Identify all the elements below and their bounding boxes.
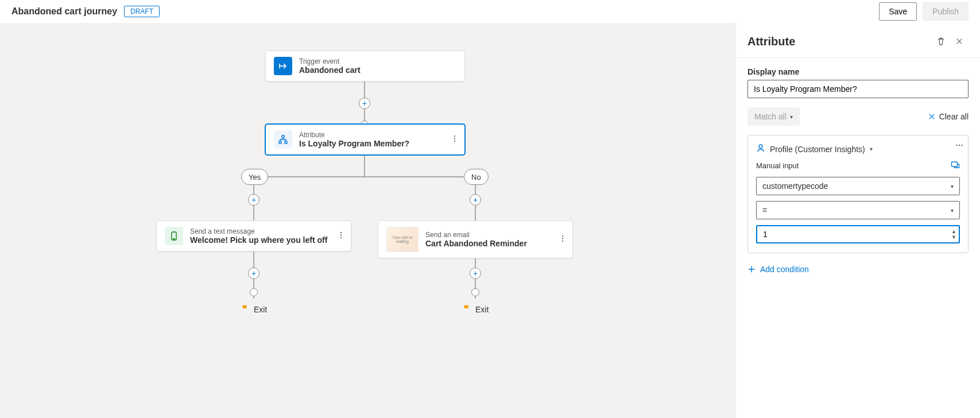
svg-point-14 bbox=[340, 234, 342, 235]
svg-rect-7 bbox=[285, 141, 287, 144]
node-more-button[interactable] bbox=[337, 231, 345, 241]
svg-point-18 bbox=[562, 241, 563, 242]
node-attribute-title: Is Loyalty Program Member? bbox=[299, 139, 409, 148]
node-trigger-title: Abandoned cart bbox=[299, 65, 361, 75]
branch-yes-pill[interactable]: Yes bbox=[241, 169, 268, 185]
condition-value-input[interactable]: ▲ ▼ bbox=[756, 225, 960, 243]
page-title: Abandoned cart journey bbox=[11, 6, 117, 17]
connector-dot bbox=[250, 288, 258, 296]
attribute-icon bbox=[274, 130, 292, 149]
condition-more-button[interactable] bbox=[955, 141, 963, 151]
condition-operator-value: = bbox=[762, 206, 767, 215]
exit-label: Exit bbox=[254, 305, 267, 314]
svg-point-13 bbox=[340, 232, 342, 233]
svg-point-16 bbox=[562, 235, 563, 237]
add-condition-button[interactable]: Add condition bbox=[747, 265, 969, 274]
svg-point-12 bbox=[173, 238, 175, 239]
profile-source-label: Profile (Customer Insights) bbox=[770, 145, 865, 154]
flag-icon bbox=[463, 304, 471, 314]
svg-rect-5 bbox=[282, 136, 284, 138]
panel-title: Attribute bbox=[747, 35, 932, 48]
node-send-email[interactable]: Your cart is waiting Send an email Cart … bbox=[378, 220, 573, 258]
svg-point-15 bbox=[340, 237, 342, 238]
condition-field-dropdown[interactable]: customertypecode ▾ bbox=[756, 177, 960, 195]
svg-rect-23 bbox=[952, 162, 958, 167]
svg-point-21 bbox=[961, 145, 962, 146]
node-attribute-overline: Attribute bbox=[299, 131, 409, 139]
svg-point-8 bbox=[454, 136, 455, 137]
node-send-sms[interactable]: Send a text message Welcome! Pick up whe… bbox=[156, 220, 351, 251]
attribute-side-panel: Attribute Display name Match all ▾ bbox=[735, 23, 980, 418]
match-all-dropdown[interactable]: Match all ▾ bbox=[747, 107, 800, 126]
email-thumbnail-caption: Your cart is waiting bbox=[387, 235, 418, 243]
exit-label: Exit bbox=[475, 305, 489, 314]
connector-dot bbox=[471, 288, 479, 296]
branch-no-pill[interactable]: No bbox=[464, 169, 489, 185]
node-email-overline: Send an email bbox=[425, 231, 527, 239]
svg-rect-6 bbox=[279, 141, 281, 144]
add-step-after-sms-button[interactable]: + bbox=[248, 268, 259, 279]
chevron-down-icon: ▾ bbox=[790, 114, 793, 120]
status-badge-draft: DRAFT bbox=[124, 6, 160, 17]
stepper-up-icon[interactable]: ▲ bbox=[951, 229, 956, 234]
close-button[interactable] bbox=[950, 32, 969, 51]
node-trigger-event[interactable]: Trigger event Abandoned cart bbox=[265, 51, 465, 82]
manual-input-label: Manual input bbox=[756, 161, 799, 170]
svg-point-10 bbox=[454, 141, 455, 142]
journey-canvas[interactable]: Trigger event Abandoned cart + Attribute… bbox=[0, 23, 735, 418]
chevron-down-icon: ▾ bbox=[951, 183, 954, 189]
condition-field-value: customertypecode bbox=[762, 181, 828, 191]
chevron-down-icon: ▾ bbox=[870, 146, 873, 152]
manual-input-icon[interactable] bbox=[951, 160, 960, 171]
publish-button[interactable]: Publish bbox=[923, 2, 969, 21]
display-name-label: Display name bbox=[747, 67, 969, 76]
add-step-after-email-button[interactable]: + bbox=[470, 268, 481, 279]
chevron-down-icon: ▾ bbox=[951, 207, 954, 214]
svg-point-17 bbox=[562, 238, 563, 239]
clear-all-label: Clear all bbox=[939, 112, 969, 121]
email-thumbnail: Your cart is waiting bbox=[386, 227, 419, 252]
condition-value-field[interactable] bbox=[757, 230, 959, 239]
add-step-yes-button[interactable]: + bbox=[248, 194, 259, 206]
add-step-button[interactable]: + bbox=[359, 98, 370, 109]
match-all-label: Match all bbox=[754, 112, 787, 121]
svg-point-9 bbox=[454, 138, 455, 139]
node-more-button[interactable] bbox=[451, 135, 459, 145]
branch-yes-label: Yes bbox=[249, 173, 261, 181]
branch-no-label: No bbox=[471, 173, 481, 181]
top-bar: Abandoned cart journey DRAFT Save Publis… bbox=[0, 0, 980, 23]
profile-source-dropdown[interactable]: Profile (Customer Insights) ▾ bbox=[756, 144, 960, 154]
node-email-title: Cart Abandoned Reminder bbox=[425, 239, 527, 248]
node-trigger-overline: Trigger event bbox=[299, 57, 361, 65]
delete-button[interactable] bbox=[932, 32, 950, 51]
stepper-down-icon[interactable]: ▼ bbox=[951, 234, 956, 240]
svg-point-19 bbox=[956, 145, 957, 146]
svg-point-22 bbox=[759, 145, 762, 148]
flag-icon bbox=[241, 304, 249, 314]
exit-yes: Exit bbox=[241, 304, 267, 314]
node-attribute-branch[interactable]: Attribute Is Loyalty Program Member? bbox=[265, 124, 465, 155]
sms-icon bbox=[165, 227, 183, 245]
profile-icon bbox=[756, 144, 765, 154]
node-more-button[interactable] bbox=[559, 235, 567, 245]
add-step-no-button[interactable]: + bbox=[470, 194, 481, 206]
clear-all-button[interactable]: Clear all bbox=[928, 112, 969, 121]
node-sms-title: Welcome! Pick up where you left off bbox=[190, 235, 327, 245]
add-condition-label: Add condition bbox=[760, 265, 809, 274]
condition-operator-dropdown[interactable]: = ▾ bbox=[756, 201, 960, 219]
save-button[interactable]: Save bbox=[879, 2, 917, 21]
exit-no: Exit bbox=[463, 304, 489, 314]
display-name-input[interactable] bbox=[747, 80, 969, 98]
trigger-icon bbox=[274, 57, 292, 75]
condition-group: Profile (Customer Insights) ▾ Manual inp… bbox=[747, 135, 969, 253]
svg-point-20 bbox=[959, 145, 960, 146]
node-sms-overline: Send a text message bbox=[190, 227, 327, 235]
